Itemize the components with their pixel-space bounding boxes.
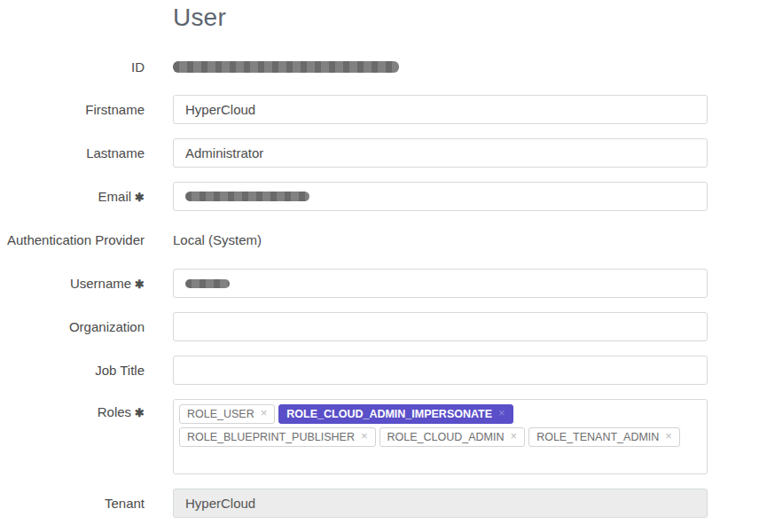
remove-tag-icon[interactable]: ×: [361, 430, 368, 442]
role-tag[interactable]: ROLE_BLUEPRINT_PUBLISHER ×: [179, 427, 376, 447]
form-row-auth-provider: Authentication Provider Local (System): [0, 225, 708, 254]
id-label: ID: [0, 59, 145, 74]
email-field[interactable]: [173, 182, 708, 211]
form-row-email: Email✱: [0, 182, 708, 211]
firstname-label: Firstname: [0, 102, 145, 117]
tenant-field: [173, 489, 708, 518]
firstname-field[interactable]: [173, 95, 708, 124]
form-row-roles: Roles✱ ROLE_USER × ROLE_CLOUD_ADMIN_IMPE…: [0, 399, 708, 474]
role-tag[interactable]: ROLE_TENANT_ADMIN ×: [528, 427, 680, 447]
remove-tag-icon[interactable]: ×: [498, 407, 505, 419]
lastname-label: Lastname: [0, 145, 145, 160]
job-title-label: Job Title: [0, 363, 145, 378]
role-tag-label: ROLE_BLUEPRINT_PUBLISHER: [187, 431, 355, 443]
form-row-organization: Organization: [0, 312, 708, 341]
roles-label: Roles: [98, 404, 131, 419]
required-asterisk-icon: ✱: [135, 406, 145, 419]
form-row-tenant: Tenant: [0, 489, 708, 518]
email-label: Email: [98, 189, 132, 204]
role-tag[interactable]: ROLE_USER ×: [179, 404, 275, 424]
roles-tag-input[interactable]: ROLE_USER × ROLE_CLOUD_ADMIN_IMPERSONATE…: [173, 399, 708, 474]
form-row-id: ID: [0, 54, 708, 79]
organization-label: Organization: [0, 319, 145, 334]
role-tag-selected[interactable]: ROLE_CLOUD_ADMIN_IMPERSONATE ×: [278, 404, 513, 424]
remove-tag-icon[interactable]: ×: [261, 407, 268, 419]
remove-tag-icon[interactable]: ×: [511, 430, 518, 442]
organization-field[interactable]: [173, 312, 708, 341]
form-row-lastname: Lastname: [0, 138, 708, 168]
role-tag-label: ROLE_CLOUD_ADMIN_IMPERSONATE: [286, 408, 492, 420]
required-asterisk-icon: ✱: [135, 191, 145, 204]
role-tag-label: ROLE_USER: [187, 408, 254, 420]
id-value: [173, 61, 708, 73]
form-row-username: Username✱: [0, 269, 708, 298]
remove-tag-icon[interactable]: ×: [665, 430, 672, 442]
auth-provider-value: Local (System): [173, 225, 708, 254]
role-tag-label: ROLE_CLOUD_ADMIN: [387, 431, 505, 443]
username-field[interactable]: [173, 269, 708, 298]
required-asterisk-icon: ✱: [135, 278, 145, 291]
job-title-field[interactable]: [173, 356, 708, 385]
page-title: User: [173, 4, 708, 32]
email-redacted-value-bar: [185, 192, 309, 201]
tenant-label: Tenant: [0, 496, 145, 511]
lastname-field[interactable]: [173, 138, 708, 168]
username-label: Username: [70, 276, 131, 291]
form-row-job-title: Job Title: [0, 356, 708, 385]
id-redacted-value-bar: [173, 61, 399, 73]
role-tag[interactable]: ROLE_CLOUD_ADMIN ×: [380, 427, 526, 447]
auth-provider-label: Authentication Provider: [0, 232, 145, 247]
form-row-firstname: Firstname: [0, 95, 708, 124]
username-redacted-value-bar: [185, 279, 230, 288]
role-tag-label: ROLE_TENANT_ADMIN: [536, 431, 659, 443]
user-form-page: User ID Firstname Lastname Email✱ Authen…: [0, 4, 708, 518]
